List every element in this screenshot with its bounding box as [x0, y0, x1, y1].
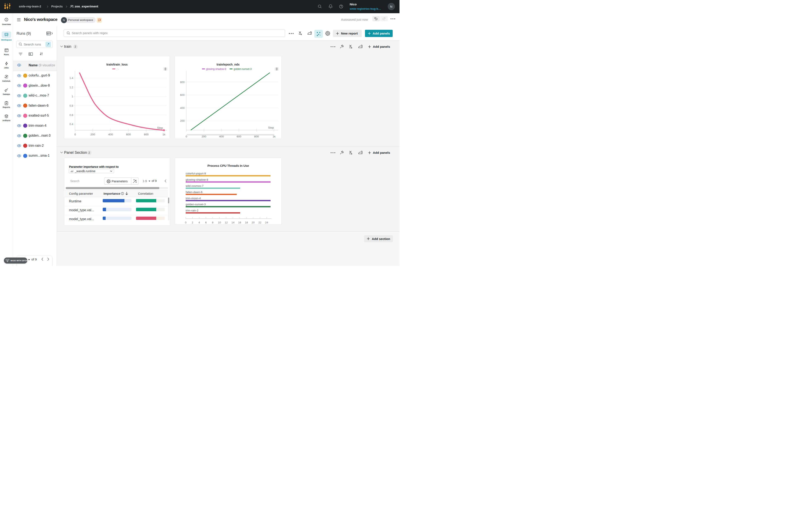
svg-text:24: 24 [265, 221, 268, 224]
svg-text:golden-sunset-3: golden-sunset-3 [234, 68, 252, 71]
svg-text:0.8: 0.8 [70, 104, 73, 107]
svg-text:200: 200 [90, 133, 95, 136]
svg-text:16: 16 [238, 221, 241, 224]
svg-text:14: 14 [231, 221, 234, 224]
svg-text:Process CPU Threads In Use: Process CPU Threads In Use [207, 164, 249, 167]
svg-text:1: 1 [72, 95, 73, 98]
svg-text:fallen-dawn-6: fallen-dawn-6 [186, 190, 202, 193]
svg-text:train/train_loss: train/train_loss [107, 63, 128, 66]
svg-text:400: 400 [180, 106, 185, 109]
svg-text:: -: : - [117, 68, 119, 70]
svg-text:800: 800 [144, 133, 149, 136]
svg-text:1k: 1k [163, 133, 166, 136]
svg-text:6: 6 [205, 221, 207, 224]
svg-text:600: 600 [180, 93, 185, 96]
svg-text:800: 800 [180, 81, 185, 84]
svg-text:0.6: 0.6 [70, 113, 73, 116]
svg-text:wild-cosmos-7: wild-cosmos-7 [185, 184, 203, 187]
svg-text:1.2: 1.2 [70, 86, 73, 89]
svg-text:0: 0 [185, 221, 186, 224]
svg-text:2: 2 [192, 221, 193, 224]
svg-text:0: 0 [74, 133, 76, 136]
svg-text:Step: Step [157, 126, 163, 129]
svg-text:12: 12 [225, 221, 228, 224]
svg-text:20: 20 [251, 221, 254, 224]
svg-text:train/epoch_ndx: train/epoch_ndx [216, 63, 240, 66]
svg-text:colorful-yogurt-9: colorful-yogurt-9 [186, 172, 206, 175]
svg-text:400: 400 [108, 133, 113, 136]
svg-text:18: 18 [245, 221, 248, 224]
svg-text:8: 8 [212, 221, 213, 224]
svg-text:600: 600 [126, 133, 131, 136]
svg-text:golden-sunset-3: golden-sunset-3 [186, 203, 206, 206]
svg-text:Step: Step [268, 126, 274, 129]
svg-text:trim-moon-4: trim-moon-4 [186, 196, 201, 200]
svg-text:trim-rain-2: trim-rain-2 [186, 209, 198, 212]
svg-text:200: 200 [180, 119, 185, 122]
svg-text:0: 0 [186, 135, 187, 138]
svg-text:glowing-shadow-8: glowing-shadow-8 [186, 178, 208, 181]
svg-text:4: 4 [198, 221, 200, 224]
svg-text:glowing-shadow-8: glowing-shadow-8 [206, 68, 226, 71]
svg-text:0.4: 0.4 [70, 122, 73, 126]
svg-text:1.4: 1.4 [70, 76, 73, 79]
svg-text:10: 10 [218, 221, 221, 224]
svg-text:22: 22 [258, 221, 261, 224]
